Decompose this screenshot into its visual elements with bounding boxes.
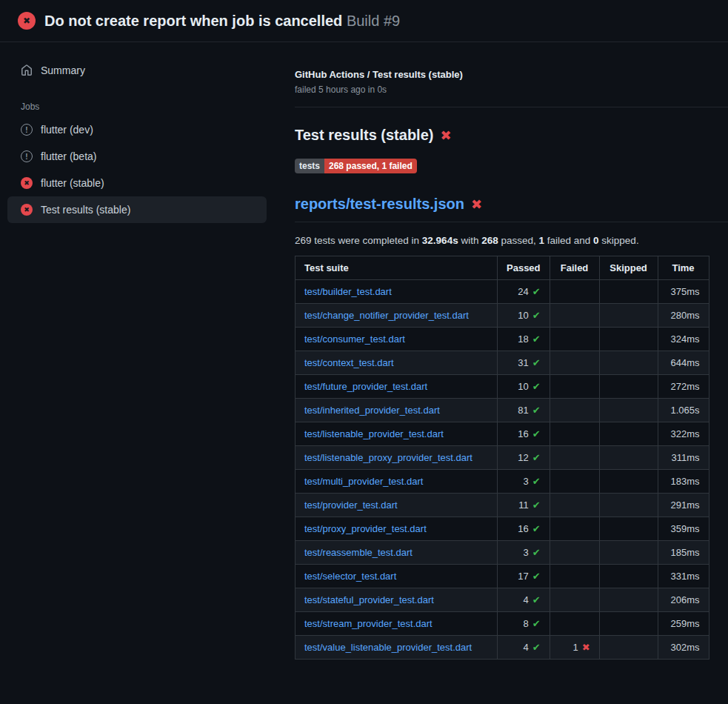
suite-link[interactable]: test/stream_provider_test.dart — [304, 618, 433, 629]
suite-link[interactable]: test/builder_test.dart — [304, 286, 392, 297]
passed-cell: 11✔ — [498, 494, 550, 517]
report-link[interactable]: reports/test-results.json — [295, 196, 464, 213]
suite-link[interactable]: test/listenable_proxy_provider_test.dart — [304, 452, 472, 463]
badge-value: 268 passed, 1 failed — [324, 159, 417, 173]
test-suite-row: test/future_provider_test.dart10✔272ms — [295, 375, 709, 399]
suite-cell: test/context_test.dart — [295, 351, 498, 375]
suite-link[interactable]: test/change_notifier_provider_test.dart — [304, 310, 469, 321]
failed-cell: 1✖ — [550, 636, 599, 660]
failed-cell — [550, 565, 599, 588]
sidebar-item[interactable]: !flutter (beta) — [7, 143, 267, 170]
passed-cell: 16✔ — [498, 422, 550, 446]
neutral-circle-icon: ! — [21, 124, 33, 136]
passed-cell-value: 8 — [523, 618, 528, 629]
skipped-cell — [599, 399, 658, 422]
skipped-cell — [599, 422, 658, 446]
sidebar-item-label: flutter (stable) — [41, 177, 104, 189]
test-suite-row: test/context_test.dart31✔644ms — [295, 351, 709, 375]
report-title: reports/test-results.json ✖ — [295, 196, 728, 222]
passed-cell: 10✔ — [498, 375, 550, 399]
suite-cell: test/listenable_proxy_provider_test.dart — [295, 446, 498, 470]
failed-cell — [550, 517, 599, 541]
test-suite-row: test/proxy_provider_test.dart16✔359ms — [295, 517, 709, 541]
suite-cell: test/consumer_test.dart — [295, 328, 498, 351]
failed-cell — [550, 375, 599, 399]
passed-cell-value: 81 — [518, 405, 528, 416]
sidebar-item[interactable]: !flutter (dev) — [7, 116, 267, 143]
time-cell: 185ms — [658, 541, 709, 565]
failed-cell — [550, 280, 599, 304]
failed-x-icon: ✖ — [440, 129, 451, 142]
sidebar-item-label: flutter (beta) — [41, 150, 96, 162]
suite-cell: test/listenable_provider_test.dart — [295, 422, 498, 446]
section-title-text: Test results (stable) — [295, 127, 433, 144]
suite-link[interactable]: test/listenable_provider_test.dart — [304, 428, 444, 439]
suite-link[interactable]: test/selector_test.dart — [304, 571, 396, 582]
skipped-cell — [599, 636, 658, 660]
x-circle-icon: ✖ — [18, 12, 36, 30]
jobs-section-label: Jobs — [21, 102, 274, 112]
skipped-cell — [599, 280, 658, 304]
test-suite-row: test/selector_test.dart17✔331ms — [295, 565, 709, 588]
skipped-cell — [599, 588, 658, 612]
passed-cell: 16✔ — [498, 517, 550, 541]
suite-link[interactable]: test/inherited_provider_test.dart — [304, 405, 440, 416]
breadcrumb: GitHub Actions / Test results (stable) — [295, 69, 728, 80]
time-cell: 311ms — [658, 446, 709, 470]
check-icon: ✔ — [532, 476, 541, 487]
time-cell: 206ms — [658, 588, 709, 612]
col-header-failed: Failed — [550, 256, 599, 280]
sidebar: Summary Jobs !flutter (dev)!flutter (bet… — [0, 42, 274, 223]
sidebar-item-summary[interactable]: Summary — [7, 57, 267, 84]
main-content: GitHub Actions / Test results (stable) f… — [274, 42, 728, 674]
sidebar-item[interactable]: ✖Test results (stable) — [7, 196, 267, 223]
test-table-body: test/builder_test.dart24✔375mstest/chang… — [295, 280, 709, 660]
suite-link[interactable]: test/value_listenable_provider_test.dart — [304, 642, 472, 653]
passed-cell-value: 4 — [523, 642, 528, 653]
suite-cell: test/future_provider_test.dart — [295, 375, 498, 399]
failed-cell-value: 1 — [572, 642, 578, 653]
skipped-cell — [599, 375, 658, 399]
jobs-list: !flutter (dev)!flutter (beta)✖flutter (s… — [0, 116, 274, 223]
suite-link[interactable]: test/reassemble_test.dart — [304, 547, 413, 558]
passed-cell-value: 3 — [523, 547, 528, 558]
skipped-cell — [599, 612, 658, 636]
suite-link[interactable]: test/multi_provider_test.dart — [304, 476, 423, 487]
check-icon: ✔ — [532, 286, 541, 297]
passed-cell-value: 31 — [518, 357, 528, 368]
sidebar-item-label: Test results (stable) — [41, 204, 130, 216]
passed-cell-value: 16 — [518, 428, 528, 439]
test-suite-row: test/value_listenable_provider_test.dart… — [295, 636, 709, 660]
suite-link[interactable]: test/future_provider_test.dart — [304, 381, 427, 392]
skipped-cell — [599, 328, 658, 351]
skipped-cell — [599, 304, 658, 328]
time-cell: 302ms — [658, 636, 709, 660]
suite-cell: test/provider_test.dart — [295, 494, 498, 517]
passed-cell: 24✔ — [498, 280, 550, 304]
suite-link[interactable]: test/context_test.dart — [304, 357, 394, 368]
suite-link[interactable]: test/consumer_test.dart — [304, 333, 405, 345]
col-header-passed: Passed — [498, 256, 550, 280]
time-cell: 375ms — [658, 280, 709, 304]
suite-link[interactable]: test/stateful_provider_test.dart — [304, 594, 434, 605]
passed-cell: 17✔ — [498, 565, 550, 588]
failed-cell — [550, 399, 599, 422]
github-checks-page: ✖ Do not create report when job is cance… — [0, 0, 728, 674]
time-cell: 324ms — [658, 328, 709, 351]
check-icon: ✔ — [532, 618, 541, 629]
summary-line: 269 tests were completed in 32.964s with… — [295, 235, 728, 246]
time-cell: 1.065s — [658, 399, 709, 422]
suite-cell: test/value_listenable_provider_test.dart — [295, 636, 498, 660]
check-icon: ✔ — [532, 594, 541, 605]
check-icon: ✔ — [532, 452, 541, 463]
passed-cell-value: 10 — [518, 381, 528, 392]
suite-link[interactable]: test/proxy_provider_test.dart — [304, 523, 427, 534]
time-cell: 280ms — [658, 304, 709, 328]
failed-cell — [550, 612, 599, 636]
suite-link[interactable]: test/provider_test.dart — [304, 499, 398, 511]
failed-cell — [550, 351, 599, 375]
section-title: Test results (stable) ✖ — [295, 127, 728, 144]
x-circle-icon: ✖ — [21, 177, 33, 189]
sidebar-item[interactable]: ✖flutter (stable) — [7, 170, 267, 196]
suite-cell: test/inherited_provider_test.dart — [295, 399, 498, 422]
